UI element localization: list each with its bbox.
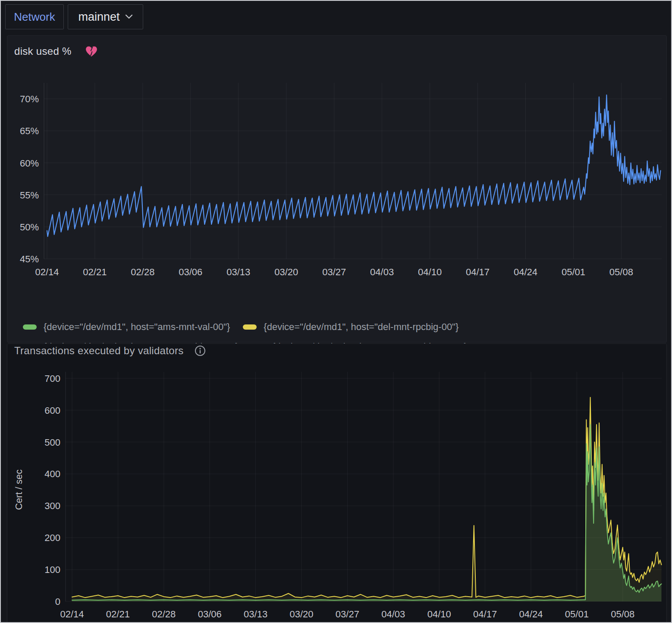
x-tick-label: 02/28 [152, 609, 176, 620]
y-tick-label: 500 [44, 437, 60, 448]
grafana-dashboard: Network mainnet disk used % {device="/de… [0, 0, 672, 623]
x-tick-label: 03/27 [336, 609, 359, 620]
x-tick-label: 04/17 [473, 609, 497, 620]
series-area-validators-green [72, 425, 662, 601]
y-tick-label: 300 [44, 500, 60, 511]
x-tick-label: 04/03 [381, 609, 405, 620]
x-tick-label: 02/21 [106, 609, 130, 620]
x-tick-label: 05/01 [565, 609, 589, 620]
x-tick-label: 04/10 [427, 609, 451, 620]
y-tick-label: 700 [44, 373, 60, 384]
series-line-validators-yellow [72, 397, 662, 598]
x-tick-label: 03/20 [289, 609, 313, 620]
x-tick-label: 03/13 [244, 609, 267, 620]
transactions-chart[interactable]: 010020030040050060070002/1402/2102/2803/… [1, 1, 672, 623]
y-tick-label: 100 [44, 564, 60, 575]
x-tick-label: 05/08 [611, 609, 634, 620]
x-tick-label: 04/24 [519, 609, 543, 620]
y-tick-label: 0 [55, 596, 60, 607]
x-tick-label: 02/14 [60, 609, 84, 620]
y-tick-label: 600 [44, 405, 60, 416]
series-area-validators-yellow [72, 397, 662, 601]
y-tick-label: 200 [44, 532, 60, 543]
x-tick-label: 03/06 [198, 609, 222, 620]
y-tick-label: 400 [44, 469, 60, 479]
series-line-validators-green [72, 425, 662, 600]
